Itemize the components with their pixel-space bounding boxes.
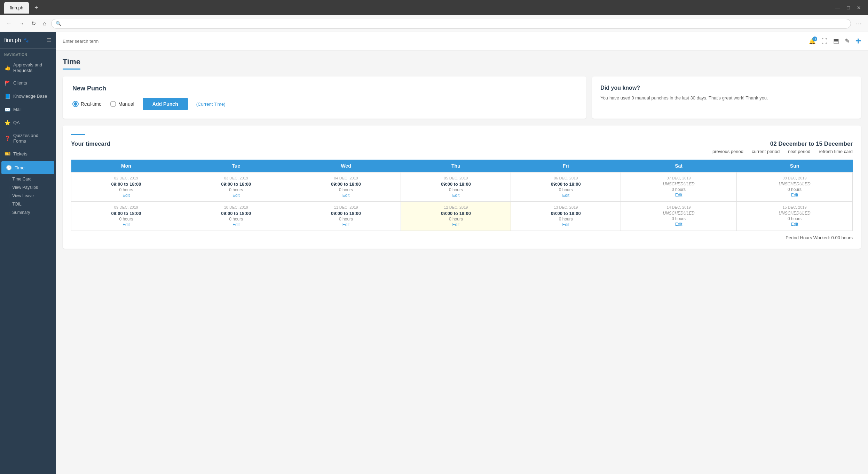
sidebar-label-clients: Clients bbox=[13, 80, 27, 86]
sidebar-subitem-timecard[interactable]: Time Card bbox=[0, 175, 56, 183]
cal-hours-zero: 0 hours bbox=[293, 217, 399, 222]
cal-edit-link[interactable]: Edit bbox=[293, 222, 399, 227]
cal-edit-link[interactable]: Edit bbox=[183, 193, 289, 198]
sidebar-label-time: Time bbox=[15, 165, 24, 171]
sidebar-item-approvals[interactable]: 👍 Approvals and Requests bbox=[0, 59, 56, 77]
cal-hours-range: 09:00 to 18:00 bbox=[293, 211, 399, 216]
table-row: 05 DEC, 201909:00 to 18:000 hoursEdit bbox=[401, 172, 511, 202]
manual-radio[interactable]: Manual bbox=[110, 101, 134, 107]
sidebar-item-time[interactable]: 🕐 Time bbox=[1, 161, 54, 174]
table-row: 06 DEC, 201909:00 to 18:000 hoursEdit bbox=[511, 172, 621, 202]
realtime-label: Real-time bbox=[81, 101, 102, 107]
cal-edit-link[interactable]: Edit bbox=[403, 193, 508, 198]
window-controls: — □ ✕ bbox=[833, 4, 864, 11]
cal-date-label: 09 DEC, 2019 bbox=[73, 205, 179, 209]
sidebar: finn.ph 🐾 ☰ NAVIGATION 👍 Approvals and R… bbox=[0, 32, 56, 474]
cal-unscheduled-label: UNSCHEDULED bbox=[739, 211, 850, 216]
address-bar[interactable]: 🔍 bbox=[51, 19, 851, 29]
timecard-period: 02 December to 15 December bbox=[770, 140, 853, 147]
col-tue: Tue bbox=[181, 160, 291, 172]
cal-unscheduled-label: UNSCHEDULED bbox=[739, 182, 850, 186]
cal-hours-range: 09:00 to 18:00 bbox=[403, 182, 508, 187]
browser-menu-button[interactable]: ··· bbox=[854, 19, 864, 28]
col-thu: Thu bbox=[401, 160, 511, 172]
col-mon: Mon bbox=[71, 160, 181, 172]
search-input[interactable] bbox=[63, 39, 809, 44]
add-punch-button[interactable]: Add Punch bbox=[143, 98, 188, 110]
curr-period-link[interactable]: current period bbox=[752, 149, 780, 154]
table-row: 11 DEC, 201909:00 to 18:000 hoursEdit bbox=[291, 202, 401, 231]
search-icon: 🔍 bbox=[56, 21, 61, 26]
cal-edit-link[interactable]: Edit bbox=[403, 222, 508, 227]
sidebar-subitem-summary[interactable]: Summary bbox=[0, 208, 56, 217]
next-period-link[interactable]: next period bbox=[788, 149, 810, 154]
cal-hours-zero: 0 hours bbox=[73, 187, 179, 192]
cal-hours-zero: 0 hours bbox=[293, 187, 399, 192]
cal-date-label: 12 DEC, 2019 bbox=[403, 205, 508, 209]
sidebar-subitem-toil[interactable]: TOIL bbox=[0, 200, 56, 208]
sidebar-logo: finn.ph 🐾 ☰ bbox=[0, 32, 56, 49]
cal-edit-link[interactable]: Edit bbox=[513, 193, 618, 198]
cal-edit-link[interactable]: Edit bbox=[739, 193, 850, 198]
cal-date-label: 14 DEC, 2019 bbox=[623, 205, 734, 209]
search-box[interactable] bbox=[63, 38, 809, 44]
current-time-link[interactable]: (Current Time) bbox=[196, 102, 226, 107]
cal-edit-link[interactable]: Edit bbox=[293, 193, 399, 198]
cal-hours-zero: 0 hours bbox=[513, 217, 618, 222]
col-sun: Sun bbox=[737, 160, 853, 172]
sidebar-subitem-viewleave[interactable]: View Leave bbox=[0, 192, 56, 200]
realtime-radio-circle bbox=[72, 101, 79, 107]
sidebar-item-mail[interactable]: ✉️ Mail bbox=[0, 103, 56, 116]
tab-title: finn.ph bbox=[10, 5, 23, 10]
cal-edit-link[interactable]: Edit bbox=[73, 193, 179, 198]
logo-icon: 🐾 bbox=[24, 38, 29, 43]
col-fri: Fri bbox=[511, 160, 621, 172]
realtime-radio[interactable]: Real-time bbox=[72, 101, 102, 107]
cal-edit-link[interactable]: Edit bbox=[623, 193, 734, 198]
sidebar-label-tickets: Tickets bbox=[13, 151, 27, 157]
sidebar-item-quizzes[interactable]: ❓ Quizzes and Forms bbox=[0, 129, 56, 147]
fullscreen-icon[interactable]: ⛶ bbox=[821, 38, 828, 45]
table-row: 08 DEC, 2019UNSCHEDULED0 hoursEdit bbox=[737, 172, 853, 202]
restore-button[interactable]: □ bbox=[844, 4, 853, 11]
card-row: New Punch Real-time Manual Add Punch (Cu… bbox=[63, 77, 861, 119]
col-wed: Wed bbox=[291, 160, 401, 172]
sidebar-item-qa[interactable]: ⭐ QA bbox=[0, 116, 56, 129]
close-button[interactable]: ✕ bbox=[854, 4, 864, 11]
period-hours: Period Hours Worked: 0.00 hours bbox=[71, 235, 853, 240]
address-input[interactable] bbox=[63, 21, 847, 26]
edit-icon[interactable]: ✎ bbox=[845, 37, 850, 45]
dyk-text: You have used 0 manual punches in the la… bbox=[600, 95, 853, 102]
back-button[interactable]: ← bbox=[4, 19, 14, 28]
reload-button[interactable]: ↻ bbox=[29, 19, 38, 28]
browser-tab[interactable]: finn.ph bbox=[4, 2, 29, 14]
sidebar-item-knowledge[interactable]: 📘 Knowledge Base bbox=[0, 90, 56, 103]
add-button[interactable]: + bbox=[855, 35, 861, 47]
notification-bell[interactable]: 🔔 11 bbox=[809, 38, 816, 45]
new-tab-button[interactable]: + bbox=[32, 3, 41, 13]
cal-edit-link[interactable]: Edit bbox=[183, 222, 289, 227]
toil-subitem-label: TOIL bbox=[12, 202, 21, 207]
cal-hours-zero: 0 hours bbox=[623, 216, 734, 221]
forward-button[interactable]: → bbox=[17, 19, 26, 28]
punch-options: Real-time Manual Add Punch (Current Time… bbox=[72, 98, 577, 110]
punch-title: New Punch bbox=[72, 85, 577, 92]
timecard-title: Your timecard bbox=[71, 140, 110, 147]
sidebar-subitem-payslips[interactable]: View Payslips bbox=[0, 183, 56, 192]
cal-edit-link[interactable]: Edit bbox=[623, 222, 734, 227]
table-row: 15 DEC, 2019UNSCHEDULED0 hoursEdit bbox=[737, 202, 853, 231]
sidebar-item-clients[interactable]: 🚩 Clients bbox=[0, 77, 56, 90]
timecard-section: Your timecard 02 December to 15 December… bbox=[63, 126, 861, 249]
refresh-link[interactable]: refresh time card bbox=[819, 149, 853, 154]
cal-edit-link[interactable]: Edit bbox=[73, 222, 179, 227]
cal-hours-zero: 0 hours bbox=[73, 217, 179, 222]
hamburger-icon[interactable]: ☰ bbox=[47, 37, 52, 43]
page-content: Time New Punch Real-time Manual bbox=[56, 50, 868, 256]
sidebar-item-tickets[interactable]: 🎫 Tickets bbox=[0, 147, 56, 160]
cal-edit-link[interactable]: Edit bbox=[513, 222, 618, 227]
cal-edit-link[interactable]: Edit bbox=[739, 222, 850, 227]
prev-period-link[interactable]: previous period bbox=[712, 149, 743, 154]
export-icon[interactable]: ⬒ bbox=[833, 37, 839, 45]
home-button[interactable]: ⌂ bbox=[41, 19, 48, 28]
minimize-button[interactable]: — bbox=[833, 4, 843, 11]
